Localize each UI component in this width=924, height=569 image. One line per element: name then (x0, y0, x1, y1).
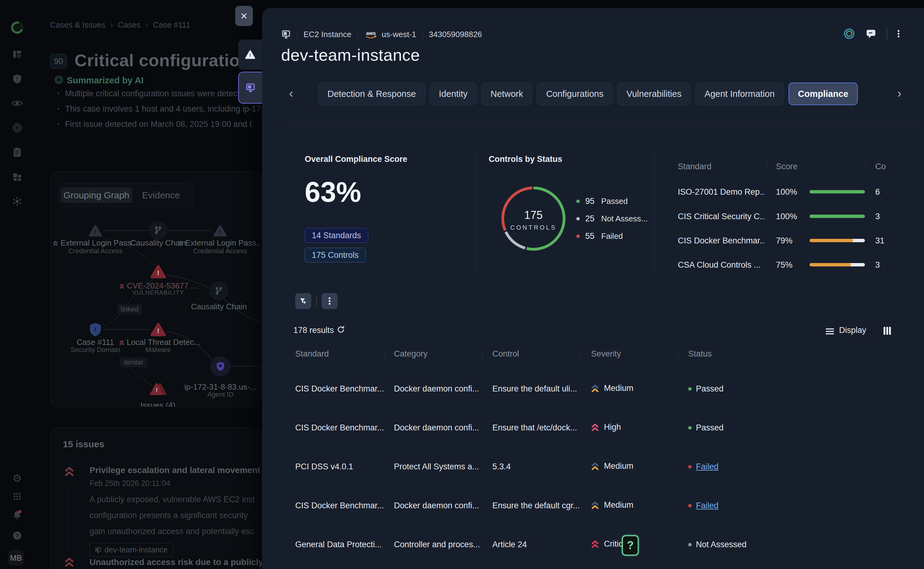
col-category[interactable]: Category (394, 349, 428, 359)
col-control[interactable]: Control (492, 349, 519, 359)
panel-kebab-menu[interactable] (898, 29, 900, 38)
notifications-bell-icon[interactable] (11, 510, 24, 520)
col-standard[interactable]: Standard (295, 349, 329, 359)
breadcrumb-cases[interactable]: Cases (118, 20, 140, 30)
breadcrumb-cases-issues[interactable]: Cases & Issues (50, 20, 105, 30)
sidebar-eye-icon[interactable] (11, 99, 24, 108)
apps-grid-icon[interactable] (11, 492, 24, 501)
edge-label-linked: linked (117, 304, 142, 314)
col-status[interactable]: Status (688, 349, 712, 359)
graph-node-issues-icon[interactable]: ! (149, 381, 167, 398)
standards-col-controls[interactable]: Co (875, 162, 886, 171)
tab-network[interactable]: Network (481, 82, 532, 105)
status-failed-link[interactable]: Failed (696, 462, 719, 472)
tab-detection-response[interactable]: Detection & Response (318, 82, 425, 105)
cell-status: Passed (688, 384, 723, 394)
cell-severity: Medium (591, 383, 634, 393)
sidebar-clipboard-icon[interactable] (11, 147, 24, 158)
sidebar-dashboard-icon[interactable] (11, 49, 24, 59)
divider (655, 152, 655, 272)
graph-node-case-shield-icon[interactable]: ! (88, 322, 102, 338)
breadcrumb-case-111[interactable]: Case #111 (153, 20, 190, 30)
standard-controls-count: 31 (875, 236, 884, 246)
sidebar-target-icon[interactable] (11, 123, 24, 133)
cell-control: 5.3.4 (492, 462, 581, 472)
app-logo[interactable] (9, 19, 25, 35)
sidebar-blocks-icon[interactable] (11, 172, 24, 182)
standards-count-badge[interactable]: 14 Standards (305, 228, 368, 243)
col-severity[interactable]: Severity (591, 349, 621, 359)
standard-name[interactable]: CSA Cloud Controls ... (678, 260, 765, 270)
cell-control: Ensure the default uli... (492, 384, 581, 394)
table-row[interactable]: General Data Protecti... Controller and … (262, 539, 924, 552)
ai-ring-icon (54, 75, 64, 86)
status-dot (688, 387, 691, 391)
divider (285, 409, 918, 409)
ai-rings-icon[interactable] (843, 27, 855, 40)
standard-name[interactable]: CIS Critical Security C... (678, 212, 765, 221)
table-row[interactable]: CIS Docker Benchmar... Docker daemon con… (262, 422, 924, 435)
graph-node-sublabel: VULNERABILITY (132, 289, 184, 296)
cell-status: Not Assessed (688, 540, 746, 549)
divider (865, 163, 866, 171)
tab-configurations[interactable]: Configurations (537, 82, 612, 105)
graph-node-causality-icon[interactable] (149, 221, 168, 240)
columns-icon[interactable] (883, 326, 891, 335)
tab-agent-information[interactable]: Agent Information (695, 82, 784, 105)
filter-plus-icon (299, 297, 307, 305)
table-kebab-menu[interactable] (322, 293, 337, 309)
cell-standard: General Data Protecti... (295, 540, 384, 549)
graph-node-agent-icon[interactable] (210, 356, 231, 376)
refresh-icon[interactable] (336, 325, 345, 334)
filter-button[interactable] (295, 293, 311, 309)
standard-name[interactable]: CIS Docker Benchmar... (678, 236, 765, 246)
ai-bullet: Multiple critical configuration issues w… (65, 89, 262, 99)
close-panel-button[interactable] (235, 6, 253, 26)
status-dot (688, 426, 691, 429)
graph-node-sublabel: Credential Access (68, 247, 122, 255)
cell-category: Protect All Systems a... (394, 462, 483, 472)
issue-description-line: configuration presents a significant sec… (90, 511, 262, 520)
table-row[interactable]: CIS Docker Benchmar... Docker daemon con… (262, 500, 924, 513)
tab-vulnerabilities[interactable]: Vulnerabilities (617, 82, 690, 105)
tab-identity[interactable]: Identity (430, 82, 477, 105)
avatar[interactable]: MB (8, 550, 24, 566)
settings-gear-icon[interactable]: ⚙ (11, 472, 24, 484)
table-row[interactable]: PCI DSS v4.0.1 Protect All Systems a... … (262, 461, 924, 474)
divider (482, 350, 483, 359)
svg-text:!: ! (94, 326, 97, 333)
divider (384, 350, 385, 359)
ai-bullet: First issue detected on March 08, 2025 1… (65, 120, 262, 129)
controls-count-badge[interactable]: 175 Controls (305, 248, 366, 262)
status-failed-link[interactable]: Failed (696, 501, 719, 510)
graph-node-warning-icon[interactable]: ! (213, 224, 227, 239)
divider (767, 163, 767, 171)
issue-title[interactable]: Unauthorized access risk due to a public… (90, 557, 262, 567)
chat-icon[interactable] (866, 29, 876, 39)
graph-node-vulnerability-icon[interactable]: ! (150, 264, 166, 280)
standards-col-score[interactable]: Score (776, 162, 798, 171)
panel-rail-alerts-tab[interactable]: ! (238, 40, 262, 70)
controls-by-status-title: Controls by Status (489, 155, 562, 164)
sidebar-shield-alert-icon[interactable]: ! (11, 74, 24, 84)
graph-node-threat-icon[interactable]: ! (150, 322, 166, 338)
asset-tag-chip[interactable]: dev-team-instance (90, 543, 173, 557)
tab-compliance[interactable]: Compliance (789, 82, 858, 105)
help-icon[interactable]: ? (11, 531, 24, 540)
standards-col-standard[interactable]: Standard (678, 162, 711, 171)
divider (580, 350, 581, 359)
panel-rail-asset-tab-active[interactable] (238, 72, 262, 103)
divider (316, 295, 317, 307)
graph-node-causality-icon[interactable] (210, 281, 228, 300)
help-cursor: ? (622, 535, 638, 555)
tabs-scroll-left-icon[interactable]: ‹ (289, 87, 293, 99)
sidebar-sparkle-icon[interactable] (11, 196, 24, 207)
display-button[interactable]: Display (839, 326, 866, 335)
tabs-scroll-right-icon[interactable]: › (897, 87, 901, 99)
graph-node-warning-icon[interactable]: ! (88, 224, 102, 239)
legend-item-not-assessed: 25 Not Assess... (576, 213, 648, 224)
issue-title[interactable]: Privilege escalation and lateral movemen… (90, 466, 262, 475)
standard-name[interactable]: ISO-27001 Demo Rep... (678, 187, 765, 197)
severity-icon (591, 540, 599, 549)
table-row[interactable]: CIS Docker Benchmar... Docker daemon con… (262, 383, 924, 396)
